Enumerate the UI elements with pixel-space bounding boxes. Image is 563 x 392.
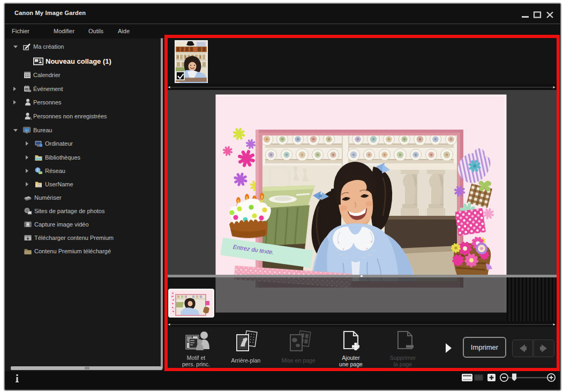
svg-text:26: 26 xyxy=(28,90,31,93)
